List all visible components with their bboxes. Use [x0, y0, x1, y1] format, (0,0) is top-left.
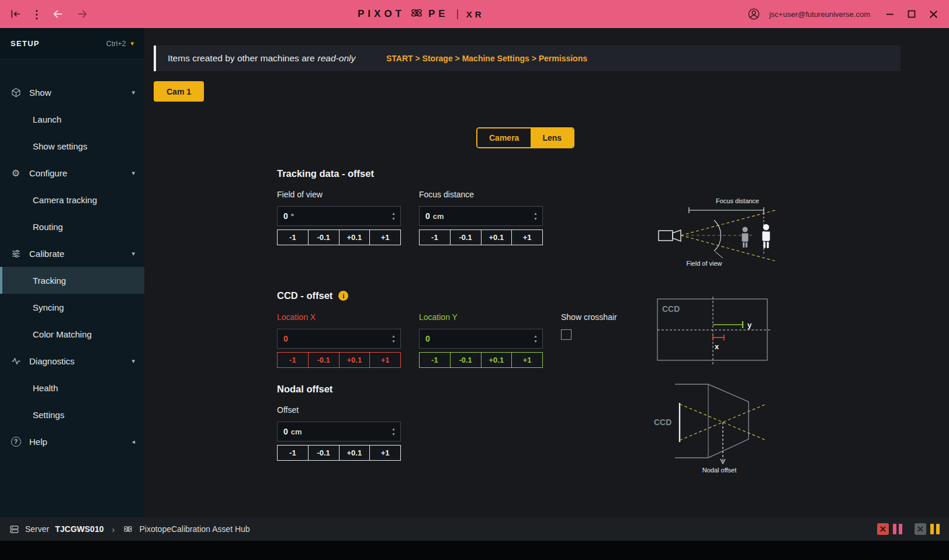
sidebar-item-syncing[interactable]: Syncing — [0, 294, 144, 321]
spinner-control[interactable]: ▲▼ — [392, 207, 396, 225]
pause-pink-icon[interactable] — [893, 524, 902, 534]
spinner-control[interactable]: ▲▼ — [392, 422, 396, 441]
show-crosshair-checkbox[interactable] — [561, 329, 572, 340]
person-white-icon — [763, 224, 770, 248]
tab-camera[interactable]: Camera — [477, 128, 531, 147]
titlebar: ⋮ PIXOT PE XR jsc+user@futureuniverse.co… — [0, 0, 949, 28]
spinner-control[interactable]: ▲▼ — [534, 207, 538, 225]
sidebar-item-launch[interactable]: Launch — [0, 106, 144, 133]
svg-text:x: x — [715, 342, 719, 351]
stepper-plus-0-1-button[interactable]: +0.1 — [481, 352, 512, 368]
pause-yellow-icon[interactable] — [930, 524, 940, 534]
sidebar-item-calibrate[interactable]: Calibrate ▾ — [0, 240, 144, 267]
stop-red-icon[interactable] — [877, 523, 889, 535]
back-arrow-icon[interactable] — [51, 8, 64, 20]
stepper-minus-1-button[interactable]: -1 — [419, 229, 451, 245]
info-icon[interactable]: i — [338, 291, 348, 301]
stepper-minus-0-1-button[interactable]: -0.1 — [308, 352, 340, 368]
sidebar-item-help[interactable]: ? Help ◂ — [0, 428, 144, 455]
focus-distance-input[interactable]: 0 cm ▲▼ — [419, 206, 543, 226]
svg-text:Focus distance: Focus distance — [716, 197, 759, 204]
mode-selector[interactable]: SETUP Ctrl+2 ▾ — [0, 28, 144, 60]
maximize-button[interactable] — [905, 8, 918, 20]
stepper-plus-1-button[interactable]: +1 — [369, 229, 401, 245]
sidebar-item-show-settings[interactable]: Show settings — [0, 133, 144, 159]
stepper-minus-0-1-button[interactable]: -0.1 — [308, 229, 340, 245]
server-name[interactable]: TJCGWS010 — [55, 524, 103, 534]
spinner-control[interactable]: ▲▼ — [534, 329, 538, 348]
stepper-plus-0-1-button[interactable]: +0.1 — [339, 445, 370, 461]
spinner-down-icon: ▼ — [392, 217, 396, 221]
pixotope-app-window: ⋮ PIXOT PE XR jsc+user@futureuniverse.co… — [0, 0, 949, 560]
collapse-sidebar-icon[interactable] — [9, 8, 22, 20]
stepper-plus-0-1-button[interactable]: +0.1 — [481, 229, 512, 245]
mode-shortcut: Ctrl+2 — [106, 40, 126, 48]
nodal-offset-input[interactable]: 0 cm ▲▼ — [277, 422, 401, 441]
sidebar-item-settings[interactable]: Settings — [0, 401, 144, 428]
stepper-minus-0-1-button[interactable]: -0.1 — [450, 229, 482, 245]
svg-text:CCD: CCD — [654, 418, 671, 427]
stepper-minus-1-button[interactable]: -1 — [277, 229, 309, 245]
user-icon[interactable] — [747, 8, 760, 20]
stepper-plus-1-button[interactable]: +1 — [511, 229, 543, 245]
stepper-plus-1-button[interactable]: +1 — [369, 352, 401, 368]
location-y-control: Location Y 0 ▲▼ -1 -0.1 +0.1 +1 — [419, 312, 543, 368]
stepper-minus-1-button[interactable]: -1 — [419, 352, 451, 368]
stepper-minus-0-1-button[interactable]: -0.1 — [450, 352, 482, 368]
statusbar: Server TJCGWS010 › PixotopeCalibration A… — [0, 517, 949, 541]
stepper-plus-1-button[interactable]: +1 — [511, 352, 543, 368]
spinner-up-icon: ▲ — [392, 211, 396, 215]
stepper-minus-1-button[interactable]: -1 — [277, 445, 309, 461]
spinner-control[interactable]: ▲▼ — [392, 329, 396, 348]
sidebar-item-show[interactable]: Show ▾ — [0, 79, 144, 106]
minimize-button[interactable] — [884, 8, 896, 20]
banner-message: Items created by other machines areread-… — [168, 53, 355, 64]
sidebar-item-color-matching[interactable]: Color Matching — [0, 321, 144, 347]
focus-distance-control: Focus distance 0 cm ▲▼ -1 -0.1 +0.1 +1 — [419, 190, 543, 245]
hub-name[interactable]: PixotopeCalibration Asset Hub — [139, 524, 250, 534]
ccd-offset-title: CCD - offset — [277, 290, 333, 301]
sidebar-item-label: Diagnostics — [29, 356, 75, 366]
breadcrumb[interactable]: START > Storage > Machine Settings > Per… — [386, 54, 587, 63]
sidebar-item-routing[interactable]: Routing — [0, 213, 144, 240]
sidebar-item-configure[interactable]: ⚙ Configure ▾ — [0, 159, 144, 186]
sidebar-item-diagnostics[interactable]: Diagnostics ▾ — [0, 347, 144, 374]
cam-1-button[interactable]: Cam 1 — [154, 81, 204, 102]
svg-text:Field of view: Field of view — [686, 260, 722, 267]
banner-emphasis: read-only — [318, 53, 356, 63]
field-of-view-input[interactable]: 0 ° ▲▼ — [277, 206, 401, 226]
ccd-offset-diagram: CCD y x — [656, 297, 773, 366]
sidebar-item-health[interactable]: Health — [0, 374, 144, 401]
nodal-offset-label: Offset — [277, 405, 401, 416]
tab-lens[interactable]: Lens — [531, 128, 573, 147]
stepper-plus-0-1-button[interactable]: +0.1 — [339, 352, 370, 368]
stepper-minus-0-1-button[interactable]: -0.1 — [308, 445, 340, 461]
forward-arrow-icon[interactable] — [76, 8, 89, 20]
location-y-label: Location Y — [419, 312, 543, 323]
spinner-up-icon: ▲ — [392, 427, 396, 431]
kebab-menu-icon[interactable]: ⋮ — [34, 8, 40, 20]
chevron-down-icon: ▾ — [131, 357, 135, 365]
location-x-control: Location X 0 ▲▼ -1 -0.1 +0.1 +1 — [277, 312, 401, 368]
section-title-ccd-offset: CCD - offset i — [277, 290, 348, 301]
sidebar-item-camera-tracking[interactable]: Camera tracking — [0, 186, 144, 213]
stop-gray-icon[interactable] — [915, 523, 926, 535]
stepper-minus-1-button[interactable]: -1 — [277, 352, 309, 368]
sidebar-item-label: Launch — [33, 114, 61, 124]
chevron-right-icon: › — [112, 524, 115, 534]
stepper-plus-1-button[interactable]: +1 — [369, 445, 401, 461]
location-x-input[interactable]: 0 ▲▼ — [277, 329, 401, 349]
field-unit: cm — [433, 212, 444, 221]
logo-text-left: PIXOT — [358, 8, 405, 20]
close-button[interactable] — [927, 8, 940, 20]
svg-text:Nodal offset: Nodal offset — [702, 467, 737, 474]
help-icon: ? — [9, 437, 22, 447]
stepper-row: -1 -0.1 +0.1 +1 — [277, 445, 401, 461]
sidebar-item-tracking[interactable]: Tracking — [0, 267, 144, 294]
person-gray-icon — [742, 227, 749, 248]
stepper-plus-0-1-button[interactable]: +0.1 — [339, 229, 370, 245]
sidebar-item-label: Help — [29, 437, 47, 447]
location-y-input[interactable]: 0 ▲▼ — [419, 329, 543, 349]
location-x-label: Location X — [277, 312, 401, 323]
user-email[interactable]: jsc+user@futureuniverse.com — [769, 10, 870, 19]
